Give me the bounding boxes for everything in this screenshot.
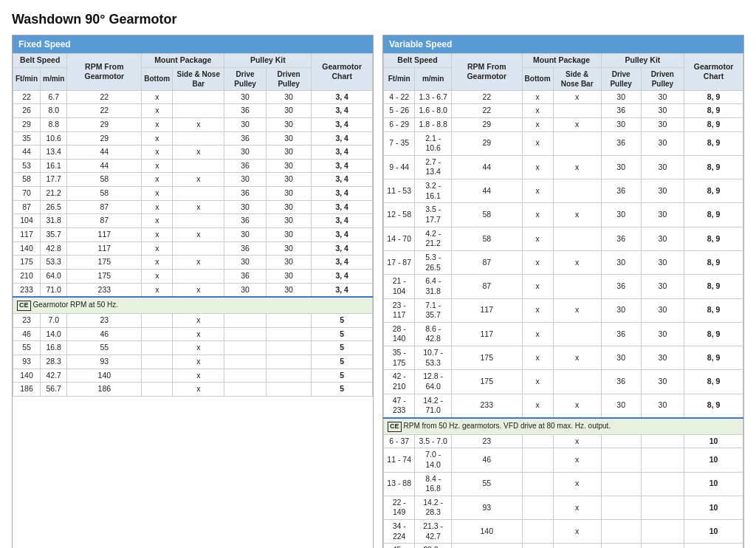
table-cell: x	[142, 187, 173, 201]
table-cell: 46	[67, 327, 142, 341]
table-cell: x	[553, 544, 601, 548]
table-row: 22 - 14914.2 - 28.393x10	[384, 496, 743, 519]
table-cell: 22 - 149	[384, 496, 415, 519]
table-cell: 22	[67, 90, 142, 104]
table-cell: 3.5 - 7.0	[415, 434, 452, 448]
table-cell: x	[142, 228, 173, 242]
table-cell: 8, 9	[684, 117, 743, 131]
table-cell: 7 - 35	[384, 131, 415, 155]
table-cell	[553, 104, 601, 118]
table-cell	[641, 520, 684, 544]
table-cell: x	[142, 131, 173, 145]
table-cell: x	[522, 370, 553, 394]
table-cell: 14.2 - 71.0	[415, 394, 452, 418]
vs-side-nosebar-header: Side & Nose Bar	[553, 67, 601, 90]
table-cell: 16.8	[41, 341, 67, 355]
table-cell: 3, 4	[312, 145, 373, 160]
table-cell: x	[553, 117, 601, 131]
table-row: 5516.855x5	[13, 341, 373, 355]
table-cell: x	[522, 227, 553, 250]
table-cell: 9 - 44	[384, 155, 415, 179]
table-row: 42 - 21012.8 - 64.0175x36308, 9	[384, 370, 743, 394]
table-cell: 3, 4	[312, 104, 373, 118]
table-cell: 233	[451, 394, 522, 418]
table-cell: x	[522, 155, 553, 179]
table-cell: 30	[641, 394, 684, 418]
table-cell: x	[173, 228, 224, 242]
table-cell: 175	[451, 346, 522, 370]
table-cell: 58	[451, 227, 522, 250]
table-cell	[142, 313, 173, 327]
table-cell	[522, 520, 553, 544]
table-cell: 10	[684, 496, 743, 519]
table-cell: 117	[67, 228, 142, 242]
table-cell: 140	[451, 520, 522, 544]
table-cell: 58	[451, 203, 522, 227]
table-cell: 4.2 - 21.2	[415, 227, 452, 250]
belt-speed-group-header: Belt Speed	[13, 54, 67, 68]
table-cell: 1.8 - 8.8	[415, 117, 452, 131]
table-cell: 11 - 53	[384, 179, 415, 203]
table-row: 298.829xx30303, 4	[13, 117, 373, 131]
table-row: 5817.758xx30303, 4	[13, 173, 373, 187]
table-cell: 30	[266, 256, 311, 270]
table-cell: 10	[684, 544, 743, 548]
table-cell: 30	[601, 90, 641, 104]
table-row: 4 - 221.3 - 6.722xx30308, 9	[384, 90, 743, 104]
table-cell: 58	[13, 173, 41, 187]
table-cell: x	[522, 104, 553, 118]
table-cell: 3, 4	[312, 90, 373, 104]
table-cell: 36	[224, 214, 267, 228]
table-cell: 64.0	[41, 269, 67, 283]
table-cell: 5	[312, 369, 373, 383]
table-cell: x	[173, 369, 224, 383]
table-cell	[553, 370, 601, 394]
side-nosebar-header: Side & Nose Bar	[173, 67, 224, 90]
table-cell: 30	[266, 159, 311, 173]
table-cell: 7.0 - 14.0	[415, 448, 452, 472]
table-cell: x	[553, 346, 601, 370]
table-cell	[224, 313, 267, 327]
table-cell: 30	[266, 104, 311, 118]
table-cell: 30	[641, 322, 684, 346]
table-cell: 8.6 - 42.8	[415, 322, 452, 346]
table-cell: 5 - 26	[384, 104, 415, 118]
table-row: 23 - 1177.1 - 35.7117xx30308, 9	[384, 298, 743, 322]
table-cell: 44	[67, 145, 142, 160]
table-cell	[601, 434, 641, 448]
table-cell: 53	[13, 159, 41, 173]
table-cell: 6.7	[41, 90, 67, 104]
table-cell: x	[142, 214, 173, 228]
table-cell: 8.4 - 16.8	[415, 472, 452, 496]
table-cell: 5	[312, 383, 373, 397]
table-cell	[601, 520, 641, 544]
table-cell: x	[173, 383, 224, 397]
mount-package-group-header: Mount Package	[142, 54, 224, 68]
table-cell: 45 - 298	[384, 544, 415, 548]
table-cell: 3, 4	[312, 187, 373, 201]
table-cell: 30	[266, 131, 311, 145]
table-cell: 22	[67, 104, 142, 118]
table-cell	[553, 227, 601, 250]
table-cell: 3, 4	[312, 159, 373, 173]
table-cell: 186	[67, 383, 142, 397]
table-cell: 29	[67, 117, 142, 131]
table-cell: 23	[451, 434, 522, 448]
table-cell: 30	[641, 203, 684, 227]
table-cell: 30	[266, 214, 311, 228]
table-cell: 42.8	[41, 242, 67, 256]
table-row: 14 - 704.2 - 21.258x36308, 9	[384, 227, 743, 250]
table-cell	[224, 355, 267, 369]
table-cell: 30	[266, 200, 311, 214]
table-cell	[142, 327, 173, 341]
table-cell: 186	[451, 544, 522, 548]
table-cell: x	[553, 155, 601, 179]
table-cell: 30	[266, 173, 311, 187]
table-cell: 10.6	[41, 131, 67, 145]
table-row: 45 - 29828.3 - 56.7186x10	[384, 544, 743, 548]
table-cell: 175	[13, 256, 41, 270]
table-cell	[601, 472, 641, 496]
vs-mmin-header: m/min	[415, 67, 452, 90]
table-cell: 36	[601, 370, 641, 394]
table-cell: x	[522, 298, 553, 322]
